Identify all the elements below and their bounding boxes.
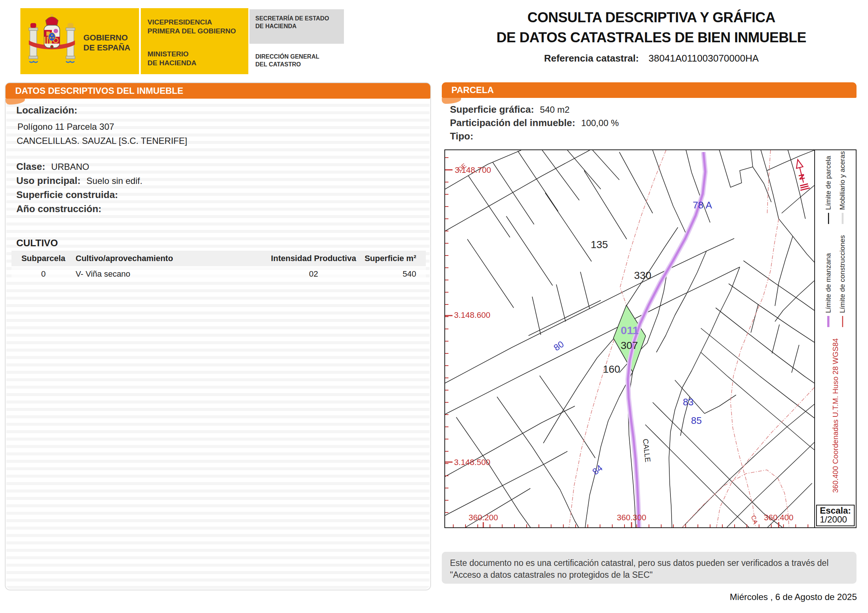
spain-coat-of-arms-icon [28, 14, 76, 67]
logo-yellow-right: VICEPRESIDENCIA PRIMERA DEL GOBIERNO MIN… [141, 8, 248, 74]
map-coord-x-360300: 360.300 [617, 513, 646, 522]
map-label-calle: CALLE [642, 438, 652, 462]
superficie-construida-label: Superficie construida: [16, 189, 118, 201]
cell-superficie: 540 [358, 266, 426, 282]
utm-coordinates-note: 360.400 Coordenadas U.T.M. Huso 28 WGS84 [831, 338, 840, 493]
uso-principal-row: Uso principal: Suelo sin edif. [16, 175, 142, 186]
superficie-grafica-label: Superficie gráfica: [450, 104, 534, 115]
escala-value: 1/2000 [820, 515, 851, 524]
col-superficie: Superficie m² [358, 251, 426, 266]
logo-yellow-left: GOBIERNO DE ESPAÑA [20, 8, 139, 74]
map-label-parcel-135: 135 [591, 239, 608, 250]
anio-construccion-label: Año construcción: [16, 203, 102, 215]
map-label-manzana-011: 011 [621, 324, 639, 336]
map-coord-y-3148600: 3.148.600 [454, 310, 490, 320]
map-label-parcel-307: 307 [621, 340, 638, 351]
vicepresidencia-label: VICEPRESIDENCIA PRIMERA DEL GOBIERNO [147, 18, 236, 36]
map-legend-rotated: 360.400 Coordenadas U.T.M. Huso 28 WGS84… [816, 159, 855, 495]
legend-column-1: Límite de manzana Límite de construccion… [824, 235, 846, 327]
map-label-road-84: 84 [591, 463, 604, 477]
map-label-parcel-160: 160 [603, 363, 620, 375]
map-label-parcel-330: 330 [634, 270, 651, 281]
col-intensidad: Intensidad Productiva [269, 251, 358, 266]
localizacion-line2: CANCELILLAS. SAUZAL [S.C. TENERIFE] [17, 136, 187, 146]
legend-item-mobiliario: Mobiliario y aceras [839, 151, 846, 223]
col-subparcela: Subparcela [11, 251, 75, 266]
map-coord-x-360200: 360.200 [468, 513, 498, 522]
cell-intensidad: 02 [269, 266, 358, 282]
cultivo-table: Subparcela Cultivo/aprovechamiento Inten… [11, 251, 426, 282]
manzana-swatch-icon [827, 316, 829, 327]
participacion-value: 100,00 % [581, 118, 618, 128]
document-date: Miércoles , 6 de Agosto de 2025 [730, 592, 857, 602]
map-label-ca: CA [750, 514, 760, 525]
parcela-panel: PARCELA Superficie gráfica: 540 m2 Parti… [442, 82, 857, 543]
cadastral-map-box: 135 330 160 011 307 78 A 80 83 85 84 CAL… [444, 149, 857, 528]
parcela-header: PARCELA [442, 82, 857, 98]
localizacion-label: Localización: [16, 105, 78, 116]
legend-item-manzana: Límite de manzana [824, 235, 832, 327]
gobierno-de-espana-label: GOBIERNO DE ESPAÑA [84, 33, 130, 53]
escala-box: Escala: 1/2000 [816, 505, 855, 526]
col-cultivo: Cultivo/aprovechamiento [75, 251, 269, 266]
tipo-label: Tipo: [450, 130, 473, 142]
superficie-grafica-value: 540 m2 [540, 105, 570, 115]
gobierno-logo: GOBIERNO DE ESPAÑA VICEPRESIDENCIA PRIME… [20, 8, 248, 74]
clase-row: Clase: URBANO [16, 161, 89, 172]
document-title: CONSULTA DESCRIPTIVA Y GRÁFICA DE DATOS … [443, 8, 860, 64]
superficie-construida-row: Superficie construida: [16, 189, 124, 201]
cultivo-table-row: 0 V- Viña secano 02 540 [11, 266, 426, 282]
parcela-swatch-icon [828, 213, 829, 223]
disclaimer-box: Este documento no es una certificación c… [442, 552, 857, 584]
map-legend-area: 360.400 Coordenadas U.T.M. Huso 28 WGS84… [815, 150, 856, 504]
title-line1: CONSULTA DESCRIPTIVA Y GRÁFICA [443, 8, 860, 28]
localizacion-line1: Polígono 11 Parcela 307 [17, 122, 114, 132]
construcciones-swatch-icon [842, 316, 843, 327]
cultivo-table-header-row: Subparcela Cultivo/aprovechamiento Inten… [11, 251, 426, 266]
uso-principal-value: Suelo sin edif. [86, 176, 142, 186]
legend-item-construcciones: Límite de construcciones [839, 235, 846, 327]
cadastral-document-page: GOBIERNO DE ESPAÑA VICEPRESIDENCIA PRIME… [0, 0, 868, 613]
cadastral-map-svg: 135 330 160 011 307 78 A 80 83 85 84 CAL… [445, 150, 814, 527]
map-coord-x-360400: 360.400 [764, 513, 794, 522]
localizacion-label-row: Localización: [16, 105, 78, 116]
legend-column-2: Límite de parcela Mobiliario y aceras [824, 151, 846, 223]
datos-descriptivos-header: DATOS DESCRIPTIVOS DEL INMUEBLE [6, 83, 430, 99]
legend-item-parcela: Límite de parcela [824, 151, 832, 223]
cultivo-title: CULTIVO [16, 237, 58, 249]
svg-text:N: N [797, 173, 807, 181]
secretaria-de-estado-box: SECRETARÍA DE ESTADO DE HACIENDA [250, 9, 344, 44]
cell-subparcela: 0 [11, 266, 75, 282]
superficie-grafica-row: Superficie gráfica: 540 m2 [450, 104, 570, 115]
clase-label: Clase: [16, 161, 45, 172]
clase-value: URBANO [51, 162, 89, 172]
tipo-row: Tipo: [450, 130, 479, 142]
referencia-catastral: Referencia catastral: 38041A011003070000… [443, 53, 860, 64]
escala-label: Escala: [820, 506, 851, 515]
ministerio-label: MINISTERIO DE HACIENDA [147, 50, 197, 67]
title-line2: DE DATOS CATASTRALES DE BIEN INMUEBLE [443, 28, 860, 48]
parcela-header-curl-decoration [442, 98, 461, 104]
datos-descriptivos-body: Localización: Polígono 11 Parcela 307 CA… [6, 99, 429, 589]
map-label-road-78a: 78 A [693, 200, 712, 211]
map-legend-sidebar: 360.400 Coordenadas U.T.M. Huso 28 WGS84… [814, 150, 856, 527]
participacion-label: Participación del inmueble: [450, 117, 575, 129]
participacion-row: Participación del inmueble: 100,00 % [450, 117, 619, 129]
cell-cultivo: V- Viña secano [75, 266, 269, 282]
referencia-label: Referencia catastral: [544, 53, 639, 64]
mobiliario-swatch-icon [842, 213, 843, 223]
map-label-road-80: 80 [552, 339, 566, 353]
uso-principal-label: Uso principal: [16, 175, 81, 186]
datos-descriptivos-header-label: DATOS DESCRIPTIVOS DEL INMUEBLE [15, 86, 183, 96]
cadastral-map: 135 330 160 011 307 78 A 80 83 85 84 CAL… [445, 150, 814, 527]
north-arrow-icon: N [793, 158, 810, 190]
parcela-header-label: PARCELA [451, 85, 494, 95]
direccion-general-catastro-label: DIRECCIÓN GENERAL DEL CATASTRO [255, 53, 319, 68]
map-coord-y-3148500: 3.148.500 [454, 458, 490, 467]
map-labels: 135 330 160 011 307 78 A 80 83 85 84 CAL… [454, 162, 794, 525]
anio-construccion-row: Año construcción: [16, 203, 107, 215]
datos-descriptivos-panel: DATOS DESCRIPTIVOS DEL INMUEBLE Localiza… [5, 82, 431, 590]
map-coord-y-3148700: 3.148.700 [455, 165, 491, 175]
referencia-value: 38041A011003070000HA [649, 53, 759, 64]
map-label-parcel-85: 85 [691, 415, 702, 426]
